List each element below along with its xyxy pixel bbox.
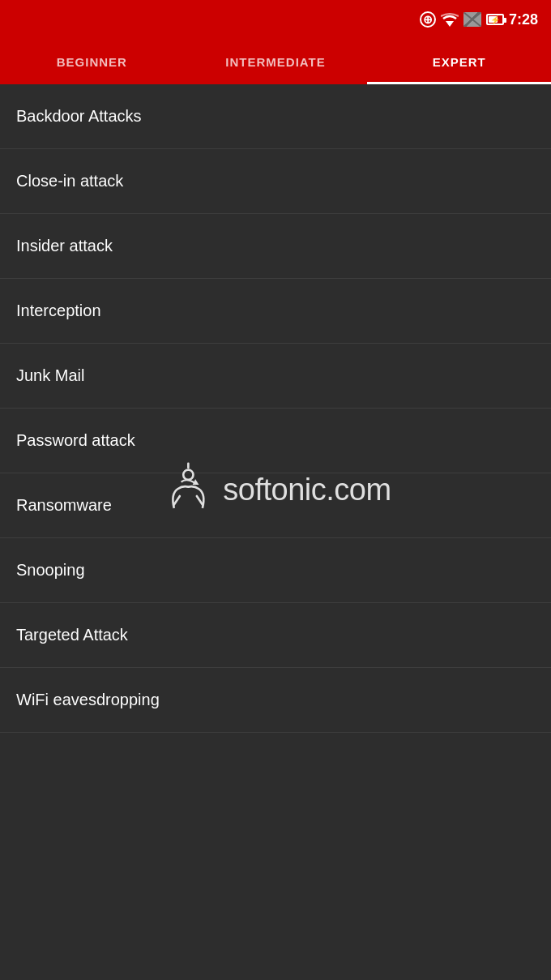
list-item[interactable]: Ransomware — [0, 473, 551, 538]
list-item-text: Ransomware — [16, 496, 112, 514]
svg-rect-1 — [463, 12, 481, 27]
tab-bar: BEGINNER INTERMEDIATE EXPERT — [0, 39, 551, 84]
list-item[interactable]: Targeted Attack — [0, 603, 551, 668]
status-bar: ⊕ ⚡ 7:28 — [0, 0, 551, 39]
status-time: 7:28 — [509, 11, 538, 28]
svg-line-3 — [463, 12, 481, 27]
sync-icon: ⊕ — [420, 11, 436, 28]
tab-active-indicator — [367, 82, 551, 84]
tab-expert[interactable]: EXPERT — [367, 39, 551, 84]
list-item-text: Junk Mail — [16, 366, 84, 384]
no-image-icon — [463, 12, 481, 27]
list-item-text: Targeted Attack — [16, 626, 128, 644]
battery-bolt: ⚡ — [490, 15, 500, 24]
list-item-text: Close-in attack — [16, 172, 123, 190]
battery-icon: ⚡ — [486, 14, 504, 25]
tab-intermediate-label: INTERMEDIATE — [225, 55, 325, 69]
status-icons: ⊕ ⚡ 7:28 — [420, 11, 538, 28]
svg-marker-0 — [446, 21, 454, 27]
list-item[interactable]: WiFi eavesdropping — [0, 668, 551, 733]
tab-intermediate[interactable]: INTERMEDIATE — [184, 39, 368, 84]
list-item-text: Insider attack — [16, 237, 113, 255]
tab-expert-label: EXPERT — [433, 55, 486, 69]
list-item[interactable]: Password attack — [0, 409, 551, 473]
svg-line-2 — [463, 12, 481, 27]
wifi-icon — [441, 12, 459, 27]
attack-list: Backdoor Attacks Close-in attack Insider… — [0, 84, 551, 733]
list-item-text: Password attack — [16, 431, 135, 449]
list-item[interactable]: Backdoor Attacks — [0, 84, 551, 149]
list-item[interactable]: Close-in attack — [0, 149, 551, 214]
list-item[interactable]: Insider attack — [0, 214, 551, 279]
tab-beginner[interactable]: BEGINNER — [0, 39, 184, 84]
list-item-text: Interception — [16, 302, 101, 319]
list-item-text: WiFi eavesdropping — [16, 691, 160, 708]
tab-beginner-label: BEGINNER — [57, 55, 127, 69]
list-item-text: Snooping — [16, 561, 85, 579]
list-item-text: Backdoor Attacks — [16, 107, 142, 125]
list-item[interactable]: Junk Mail — [0, 344, 551, 409]
list-item[interactable]: Interception — [0, 279, 551, 344]
list-item[interactable]: Snooping — [0, 538, 551, 603]
